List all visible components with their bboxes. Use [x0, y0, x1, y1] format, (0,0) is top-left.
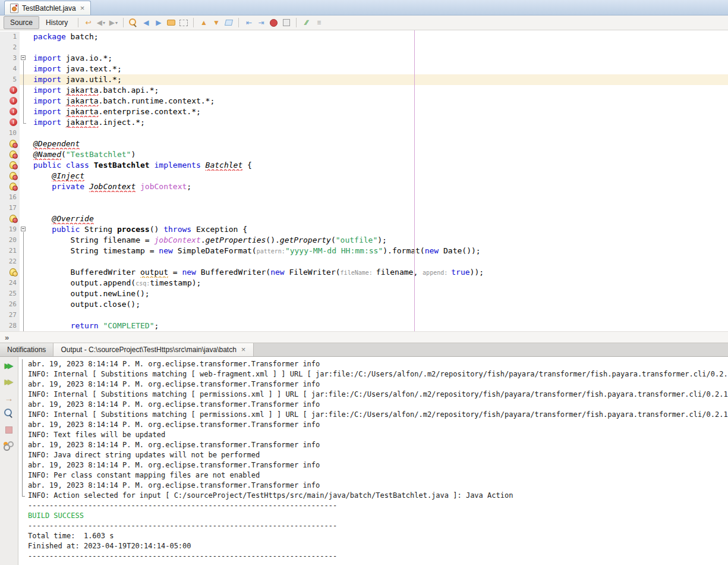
code-line: import jakarta.batch.runtime.context.*;: [0, 96, 728, 106]
tab-output[interactable]: Output - C:\sourceProject\TestHttps\src\…: [53, 343, 254, 356]
gutter-cell[interactable]: 16: [0, 192, 20, 203]
bulb-error-icon[interactable]: [10, 161, 17, 169]
gutter-cell[interactable]: [0, 149, 20, 160]
gutter-cell[interactable]: 19: [0, 224, 20, 235]
back-icon[interactable]: ◀▾: [94, 17, 107, 29]
shift-line-right-icon[interactable]: ⇥: [255, 17, 267, 29]
code-text: [28, 128, 728, 139]
gutter-cell[interactable]: 3: [0, 53, 20, 64]
fold-column[interactable]: [20, 224, 28, 235]
forward-icon[interactable]: ▶▾: [107, 17, 119, 29]
gutter-cell[interactable]: [0, 106, 20, 117]
right-margin-guide: [414, 30, 415, 331]
code-line: @Named("TestBatchlet"): [0, 149, 728, 160]
fold-column: [20, 203, 28, 214]
error-icon[interactable]: [10, 97, 17, 105]
toggle-bookmark-icon[interactable]: [222, 17, 235, 29]
gutter-cell[interactable]: [0, 214, 20, 224]
find-next-icon[interactable]: ▶: [152, 17, 165, 29]
previous-bookmark-icon[interactable]: ▲: [197, 17, 210, 29]
gutter-cell[interactable]: [0, 139, 20, 149]
rerun-build-icon[interactable]: ▶▶: [1, 359, 17, 372]
stop-build-icon[interactable]: [2, 423, 16, 437]
gutter-cell[interactable]: 2: [0, 42, 20, 53]
last-edit-location-icon[interactable]: ↩: [82, 17, 94, 29]
toolbar-separator: [123, 18, 124, 27]
tab-notifications[interactable]: Notifications: [0, 343, 53, 356]
fold-column: [20, 96, 28, 106]
gutter-cell[interactable]: [0, 181, 20, 192]
rerun-with-goals-icon[interactable]: ▶▶: [1, 375, 17, 388]
chevron-down-icon: ▾: [115, 20, 118, 26]
gutter-cell[interactable]: 22: [0, 256, 20, 267]
build-settings-icon[interactable]: [2, 440, 16, 453]
history-view-button[interactable]: History: [39, 16, 74, 29]
output-text: abr. 19, 2023 8:14:14 P. M. org.eclipse.…: [28, 379, 728, 390]
gutter-cell[interactable]: [0, 160, 20, 171]
output-line: abr. 19, 2023 8:14:14 P. M. org.eclipse.…: [18, 359, 728, 369]
chevron-double-icon[interactable]: »: [5, 333, 9, 342]
code-line: 1package batch;: [0, 32, 728, 42]
source-view-button[interactable]: Source: [4, 16, 39, 29]
output-lines[interactable]: abr. 19, 2023 8:14:14 P. M. org.eclipse.…: [18, 357, 728, 565]
bulb-warning-icon[interactable]: [10, 268, 17, 276]
fold-toggle-icon[interactable]: [21, 227, 26, 231]
gutter-cell[interactable]: [0, 171, 20, 181]
code-line: 4import java.text.*;: [0, 64, 728, 74]
code-line: 10: [0, 128, 728, 139]
search-output-icon[interactable]: [2, 407, 16, 420]
gutter-cell[interactable]: 4: [0, 64, 20, 74]
stop-macro-recording-icon[interactable]: [280, 17, 292, 29]
fold-column[interactable]: [20, 53, 28, 64]
gutter-cell[interactable]: 20: [0, 235, 20, 246]
code-editor[interactable]: 1package batch;23import java.io.*;4impor…: [0, 30, 728, 331]
toolbar-separator: [296, 18, 297, 27]
bulb-error-icon[interactable]: [10, 215, 17, 222]
bulb-error-icon[interactable]: [10, 183, 17, 190]
code-line: 28 return "COMPLETED";: [0, 321, 728, 331]
output-text: abr. 19, 2023 8:14:14 P. M. org.eclipse.…: [28, 420, 728, 430]
fold-toggle-icon[interactable]: [21, 55, 26, 60]
code-text: String timestamp = new SimpleDateFormat(…: [28, 246, 728, 256]
gutter-cell[interactable]: 21: [0, 246, 20, 256]
gutter-cell[interactable]: 24: [0, 278, 20, 288]
error-icon[interactable]: [10, 108, 17, 115]
gutter-cell[interactable]: [0, 117, 20, 128]
close-icon[interactable]: ×: [241, 347, 247, 353]
toolbar-separator: [238, 18, 239, 27]
bulb-error-icon[interactable]: [10, 172, 17, 180]
output-line: Total time: 1.603 s: [18, 531, 728, 541]
run-arrow-icon[interactable]: →: [2, 391, 16, 404]
gutter-cell[interactable]: 10: [0, 128, 20, 139]
gutter-cell[interactable]: 25: [0, 288, 20, 299]
gutter-cell[interactable]: 28: [0, 321, 20, 331]
gutter-cell[interactable]: [0, 96, 20, 106]
code-line: 3import java.io.*;: [0, 53, 728, 64]
breadcrumb-bar[interactable]: »: [0, 331, 728, 343]
gutter-cell[interactable]: [0, 85, 20, 96]
bulb-error-icon[interactable]: [10, 150, 17, 158]
gutter-cell[interactable]: 17: [0, 203, 20, 214]
gutter-cell[interactable]: 1: [0, 32, 20, 42]
uncomment-icon[interactable]: ≡: [313, 17, 325, 29]
start-macro-recording-icon[interactable]: [267, 17, 280, 29]
tab-testbatchlet-java[interactable]: TestBatchlet.java ×: [4, 1, 91, 15]
error-icon[interactable]: [10, 86, 17, 94]
fold-column: [20, 171, 28, 181]
error-icon[interactable]: [10, 118, 17, 126]
find-icon[interactable]: [127, 17, 140, 29]
gutter-cell[interactable]: [0, 267, 20, 278]
highlight-search-icon[interactable]: [165, 17, 177, 29]
shift-line-left-icon[interactable]: ⇤: [242, 17, 255, 29]
gutter-cell[interactable]: 27: [0, 310, 20, 321]
output-line: INFO: Text files will be updated: [18, 430, 728, 440]
gutter-cell[interactable]: 5: [0, 74, 20, 85]
gutter-cell[interactable]: 26: [0, 299, 20, 310]
bulb-error-icon[interactable]: [10, 140, 17, 147]
find-previous-icon[interactable]: ◀: [140, 17, 152, 29]
output-text: BUILD SUCCESS: [28, 511, 728, 521]
rectangular-selection-icon[interactable]: [177, 17, 190, 29]
comment-icon[interactable]: ∕∕: [300, 17, 313, 29]
next-bookmark-icon[interactable]: ▼: [210, 17, 222, 29]
close-icon[interactable]: ×: [80, 5, 86, 11]
